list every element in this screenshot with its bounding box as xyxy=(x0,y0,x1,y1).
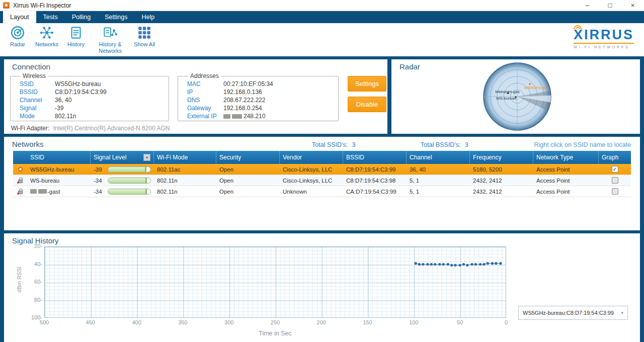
x-tick-label: 400 xyxy=(132,319,141,325)
toolbar-item-label: History xyxy=(63,41,89,48)
data-point xyxy=(474,263,477,266)
minimize-button[interactable]: – xyxy=(576,0,599,11)
toolbar-item-history[interactable]: History xyxy=(63,25,89,54)
legend-label: WS5GHz-bureau:C8:D7:19:54:C3:99 xyxy=(523,310,614,316)
field-row: Signal-39 xyxy=(20,104,169,112)
toolbar-item-show-all[interactable]: Show All xyxy=(132,25,157,54)
field-value: 248.210 xyxy=(244,113,265,120)
ssid-text: -gast xyxy=(47,189,60,195)
type-cell: Access Point xyxy=(533,164,599,175)
field-row: SSIDWS5GHz-bureau xyxy=(20,80,169,88)
xirrus-logo: XIRRUS WI-FI NETWORKS xyxy=(574,28,634,49)
column-header-signal-level[interactable]: Signal Level▼ xyxy=(91,151,154,164)
graph-checkbox[interactable] xyxy=(612,177,618,184)
settings-button[interactable]: Settings xyxy=(348,76,386,92)
show-all-icon xyxy=(132,25,157,41)
menu-bar: LayoutTestsPollingSettingsHelp xyxy=(0,11,644,23)
y-tick-label: 60 xyxy=(25,279,42,285)
graph-cell xyxy=(599,175,631,186)
field-row: Channel36, 40 xyxy=(20,96,169,104)
data-point xyxy=(495,262,497,265)
redacted-block xyxy=(38,189,47,194)
signal-cell: -34 xyxy=(91,186,154,197)
signal-value: -34 xyxy=(94,189,107,195)
networks-panel: Networks Total SSID's: 3 Total BSSID's: … xyxy=(4,137,640,230)
networks-table-header: SSIDSignal Level▼Wi-Fi ModeSecurityVendo… xyxy=(13,151,631,164)
logo-brand: XIRRUS xyxy=(574,28,634,42)
bssid-cell: C8:D7:19:54:C3:99 xyxy=(343,164,407,175)
field-row: BSSIDC8:D7:19:54:C3:99 xyxy=(20,88,169,96)
sort-dropdown-icon[interactable]: ▼ xyxy=(143,154,150,161)
table-row[interactable]: WS-bureau-34802.11nOpenCisco-Linksys, LL… xyxy=(13,175,631,186)
field-value: 192.168.0.254 xyxy=(223,105,262,112)
connected-icon xyxy=(18,167,23,172)
ssid-cell: -gast xyxy=(27,186,91,197)
close-button[interactable]: × xyxy=(621,0,644,11)
column-header-frequency[interactable]: Frequency xyxy=(470,151,533,164)
title-bar: Xirrus Wi-Fi Inspector – □ × xyxy=(0,0,644,11)
graph-checkbox[interactable] xyxy=(612,188,618,195)
signal-cell: -34 xyxy=(91,175,154,186)
column-label: Network Type xyxy=(536,154,573,161)
column-header-vendor[interactable]: Vendor xyxy=(280,151,343,164)
data-point xyxy=(447,263,449,266)
ssid-cell: WS-bureau xyxy=(27,175,91,186)
tab-polling[interactable]: Polling xyxy=(65,11,98,23)
y-tick-label: 40 xyxy=(25,261,42,267)
data-point xyxy=(415,262,417,265)
series-legend[interactable]: WS5GHz-bureau:C8:D7:19:54:C3:99 ▾ xyxy=(518,306,628,320)
graph-cell: ✓ xyxy=(599,164,631,175)
type-cell: Access Point xyxy=(533,186,599,197)
total-ssids: Total SSID's: 3 xyxy=(312,141,356,148)
tab-settings[interactable]: Settings xyxy=(98,11,134,23)
column-header-security[interactable]: Security xyxy=(216,151,280,164)
signal-bar xyxy=(108,178,151,184)
field-value: -39 xyxy=(55,105,63,112)
connection-panel: Connection Wireless SSIDWS5GHz-bureauBSS… xyxy=(4,59,387,134)
column-header-channel[interactable]: Channel xyxy=(407,151,470,164)
data-point xyxy=(434,263,436,266)
toolbar-item-history-networks[interactable]: History & Networks xyxy=(93,25,128,54)
wifi-adapter-line: Wi-Fi Adapter: Intel(R) Centrino(R) Adva… xyxy=(11,125,170,132)
field-row: Mode802.11n xyxy=(20,112,169,120)
tab-layout[interactable]: Layout xyxy=(3,11,36,23)
adapter-label: Wi-Fi Adapter: xyxy=(11,125,49,132)
graph-cell xyxy=(599,186,631,197)
app-window: Xirrus Wi-Fi Inspector – □ × LayoutTests… xyxy=(0,0,644,342)
tab-help[interactable]: Help xyxy=(134,11,162,23)
signal-bar-fill xyxy=(108,167,146,172)
column-header-bssid[interactable]: BSSID xyxy=(343,151,407,164)
toolbar-item-networks[interactable]: Networks xyxy=(34,25,59,54)
toolbar-item-label: Show All xyxy=(132,41,157,48)
redacted-block xyxy=(232,114,242,119)
radar-label: WS5GHz-bur xyxy=(524,86,548,90)
lock-icon xyxy=(18,191,23,194)
field-value: 208.67.222.222 xyxy=(223,97,265,104)
toolbar-item-radar[interactable]: Radar xyxy=(5,25,30,54)
table-row[interactable]: WS5GHz-bureau-39802.11acOpenCisco-Linksy… xyxy=(13,164,631,175)
field-label: Mode xyxy=(20,112,55,120)
signal-value: -34 xyxy=(94,178,107,184)
column-label: SSID xyxy=(30,154,44,161)
toolbar-item-label: Radar xyxy=(5,41,30,48)
field-row: IP192.168.0.136 xyxy=(187,88,338,96)
disable-button[interactable]: Disable xyxy=(348,97,386,112)
x-tick-label: 300 xyxy=(224,319,233,325)
field-label: Channel xyxy=(20,96,55,104)
table-row[interactable]: -gast-34802.11nOpenUnknownCA:D7:19:54:C3… xyxy=(13,186,631,197)
maximize-button[interactable]: □ xyxy=(599,0,621,11)
type-cell: Access Point xyxy=(533,175,599,186)
tab-tests[interactable]: Tests xyxy=(36,11,65,23)
field-row: Gateway192.168.0.254 xyxy=(187,104,338,112)
x-tick-label: 100 xyxy=(409,319,418,325)
column-header-network-type[interactable]: Network Type xyxy=(533,151,599,164)
field-value: C8:D7:19:54:C3:99 xyxy=(55,89,107,96)
row-status-cell xyxy=(13,186,27,197)
frequency-cell: 5180, 5200 xyxy=(470,164,533,175)
column-header-wi-fi-mode[interactable]: Wi-Fi Mode xyxy=(154,151,216,164)
graph-checkbox[interactable]: ✓ xyxy=(612,166,618,173)
column-header-ssid[interactable]: SSID xyxy=(27,151,91,164)
ssid-cell: WS5GHz-bureau xyxy=(27,164,91,175)
field-value: 00:27:10:EF:05:34 xyxy=(223,80,273,88)
column-header-graph[interactable]: Graph xyxy=(599,151,631,164)
